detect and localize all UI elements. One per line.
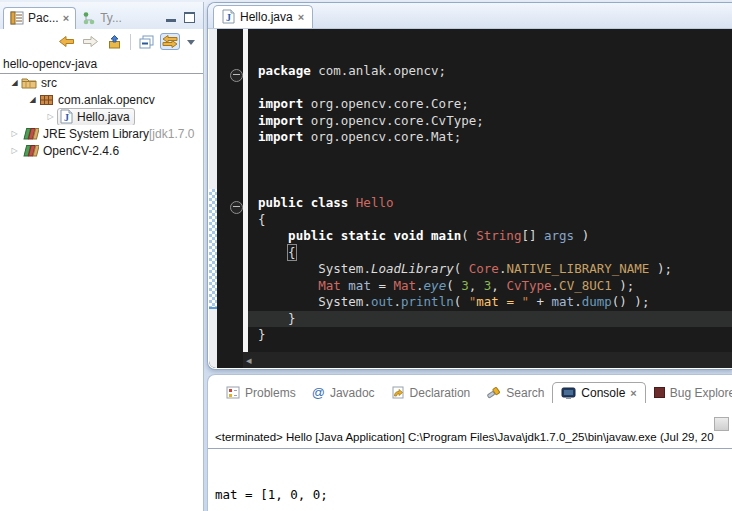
console-status-line: <terminated> Hello [Java Application] C:… [215, 431, 732, 443]
view-menu-button[interactable] [185, 37, 197, 47]
search-icon [486, 386, 501, 400]
back-button[interactable] [57, 34, 76, 49]
tab-bug-explorer[interactable]: Bug Explorer [646, 383, 732, 403]
package-explorer-panel: Pac... × Ty... hello-opencv-java ◢ src [0, 2, 204, 511]
code-area[interactable]: package com.anlak.opencv;import org.open… [248, 29, 732, 352]
horizontal-scrollbar[interactable]: ◂ [243, 352, 732, 368]
tab-label: Problems [245, 386, 296, 400]
close-icon[interactable]: × [63, 13, 69, 23]
link-with-editor-button[interactable] [160, 33, 180, 50]
code-line: import org.opencv.core.Core; [248, 96, 732, 113]
tab-type-hierarchy-label: Ty... [100, 11, 122, 25]
tree-item-label: Hello.java [77, 110, 130, 124]
declaration-icon [391, 386, 405, 399]
code-line: System.out.println( "mat = " + mat.dump(… [248, 294, 732, 311]
console-icon [561, 387, 576, 400]
twisty-expanded-icon[interactable]: ◢ [26, 95, 39, 104]
tab-package-explorer-label: Pac... [28, 11, 59, 25]
tree-item-label: com.anlak.opencv [58, 93, 155, 107]
tab-console[interactable]: Console × [552, 382, 645, 403]
twisty-collapsed-icon[interactable]: ▷ [8, 146, 21, 155]
fold-marker-imports[interactable] [230, 69, 243, 82]
toolbar-separator [130, 34, 131, 50]
code-line: import org.opencv.core.CvType; [248, 113, 732, 130]
tree-item-project[interactable]: hello-opencv-java [0, 56, 203, 74]
code-line [248, 179, 732, 196]
package-icon [39, 94, 54, 106]
type-hierarchy-icon [82, 11, 96, 25]
close-icon[interactable]: × [630, 388, 636, 398]
package-explorer-icon [10, 11, 24, 25]
tab-label: Search [506, 386, 544, 400]
tree-item-label: src [41, 76, 57, 90]
annotation-ruler[interactable] [209, 29, 217, 368]
tab-type-hierarchy[interactable]: Ty... [76, 8, 128, 29]
tab-search[interactable]: Search [478, 383, 552, 403]
code-line: public static void main( String[] args ) [248, 228, 732, 245]
code-line: { [248, 245, 732, 262]
java-file-icon: J [60, 109, 73, 124]
scroll-left-icon[interactable]: ◂ [243, 354, 252, 367]
twisty-collapsed-icon[interactable]: ▷ [8, 129, 21, 138]
twisty-expanded-icon[interactable]: ◢ [8, 78, 21, 87]
view-menu-icon [186, 38, 196, 46]
tree-item-jre-library[interactable]: ▷ JRE System Library [jdk1.7.0 [0, 125, 203, 142]
tree-item-hello-java[interactable]: ▷ J Hello.java [0, 108, 203, 125]
maximize-icon[interactable] [184, 12, 195, 23]
console-output[interactable]: mat = [1, 0, 0; 0, 1, 0; 0, 0, 1] [215, 452, 328, 511]
editor-tabbar: J Hello.java × [208, 3, 732, 29]
tab-label: Declaration [410, 386, 471, 400]
forward-arrow-icon [82, 35, 99, 48]
console-output-line: mat = [1, 0, 0; [215, 486, 328, 503]
console-toolbar-disabled-icon[interactable] [714, 417, 729, 431]
tab-label: Console [581, 386, 625, 400]
fold-marker-main[interactable] [230, 201, 243, 214]
selected-item-box[interactable]: J Hello.java [57, 108, 135, 125]
panel-window-buttons [166, 12, 203, 29]
code-line: import org.opencv.core.Mat; [248, 129, 732, 146]
code-line: } [248, 327, 732, 344]
code-line: { [248, 212, 732, 229]
svg-text:J: J [226, 12, 231, 23]
code-line [248, 80, 732, 97]
twisty-collapsed-icon[interactable]: ▷ [44, 112, 57, 121]
tree-item-src[interactable]: ◢ src [0, 74, 203, 91]
code-line [248, 162, 732, 179]
tab-label: Javadoc [330, 386, 375, 400]
code-line: Mat mat = Mat.eye( 3, 3, CvType.CV_8UC1 … [248, 278, 732, 295]
problems-icon [226, 386, 240, 399]
console-part: Problems @ Javadoc Declaration Search Co… [207, 374, 732, 511]
collapse-all-button[interactable] [138, 34, 155, 50]
tab-hello-java[interactable]: J Hello.java × [213, 5, 313, 28]
tab-package-explorer[interactable]: Pac... × [3, 7, 76, 29]
code-lines: package com.anlak.opencv;import org.open… [248, 63, 732, 344]
link-with-editor-icon [162, 35, 178, 48]
back-arrow-icon [58, 35, 75, 48]
package-explorer-tabbar: Pac... × Ty... [0, 2, 203, 29]
svg-text:J: J [64, 112, 69, 123]
collapse-all-icon [139, 35, 154, 49]
tree-item-label: OpenCV-2.4.6 [43, 144, 119, 158]
go-up-button[interactable] [105, 34, 123, 50]
code-line: public class Hello [248, 195, 732, 212]
editor-tab-label: Hello.java [240, 10, 293, 24]
forward-button[interactable] [81, 34, 100, 49]
editor-part: J Hello.java × package com.anlak.opencv;… [207, 2, 732, 370]
code-line: System.LoadLibrary( Core.NATIVE_LIBRARY_… [248, 261, 732, 278]
minimize-icon[interactable] [166, 19, 176, 22]
go-up-icon [106, 35, 122, 49]
tab-declaration[interactable]: Declaration [383, 383, 479, 403]
plugin-icon [654, 387, 665, 398]
tree-item-suffix: [jdk1.7.0 [149, 127, 194, 141]
tree-item-opencv-library[interactable]: ▷ OpenCV-2.4.6 [0, 142, 203, 159]
tree-item-label: JRE System Library [43, 127, 149, 141]
project-name: hello-opencv-java [3, 57, 97, 71]
close-icon[interactable]: × [298, 12, 304, 22]
tab-javadoc[interactable]: @ Javadoc [304, 382, 383, 403]
tab-problems[interactable]: Problems [218, 383, 304, 403]
tree-item-package[interactable]: ◢ com.anlak.opencv [0, 91, 203, 108]
library-icon [21, 127, 39, 140]
library-icon [21, 144, 39, 157]
code-line [248, 146, 732, 163]
package-explorer-toolbar [0, 29, 203, 54]
